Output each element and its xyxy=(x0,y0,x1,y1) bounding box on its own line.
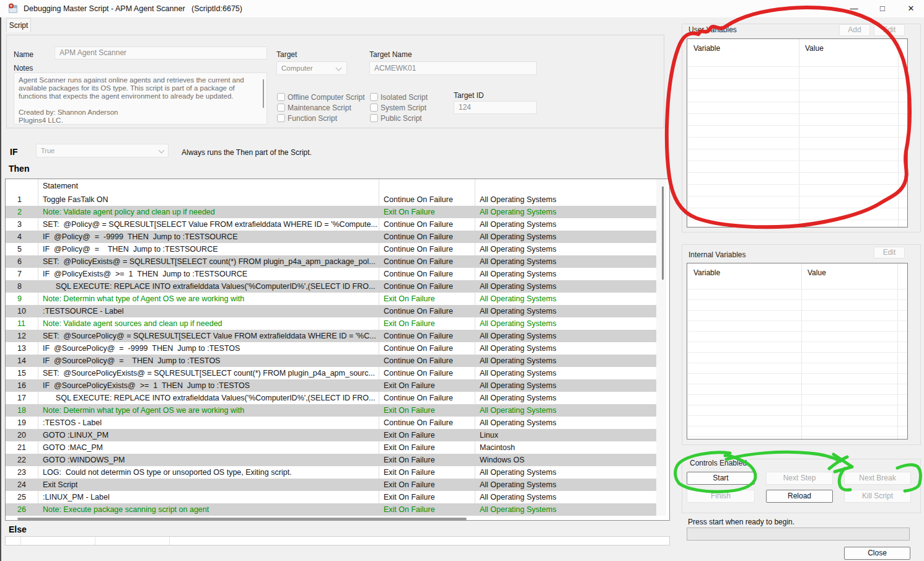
user-variables-list[interactable]: Variable Value xyxy=(687,38,908,227)
kill-script-button[interactable]: Kill Script xyxy=(844,490,911,503)
vertical-scrollbar-thumb[interactable] xyxy=(662,187,664,280)
table-row[interactable]: 21GOTO :MAC_PMExit On FailureMacintosh xyxy=(6,441,656,454)
target-id-label: Target ID xyxy=(454,91,484,100)
horizontal-scrollbar-thumb[interactable] xyxy=(17,518,467,520)
row-number: 25 xyxy=(6,491,38,503)
table-row[interactable]: 11Note: Validate agent sources and clean… xyxy=(6,317,656,330)
row-statement: IF @SourcePolicy@ = THEN Jump to :TESTOS xyxy=(38,355,377,367)
row-on-failure: Exit On Failure xyxy=(379,206,473,218)
row-os: All Operating Systems xyxy=(475,479,656,491)
table-row[interactable]: 17 SQL EXECUTE: REPLACE INTO extrafieldd… xyxy=(6,392,656,404)
table-row[interactable]: 14IF @SourcePolicy@ = THEN Jump to :TEST… xyxy=(6,355,656,367)
tab-script[interactable]: Script xyxy=(6,18,31,32)
row-statement: Note: Determin what type of Agent OS we … xyxy=(38,293,377,305)
close-window-button[interactable]: ✕ xyxy=(897,0,924,17)
row-on-failure: Continue On Failure xyxy=(379,243,473,255)
table-row[interactable]: 3SET: @Policy@ = SQLRESULT[SELECT Value … xyxy=(6,218,656,231)
row-statement: SET: @SourcePolicyExists@ = SQLRESULT[SE… xyxy=(38,367,377,379)
row-on-failure: Exit On Failure xyxy=(379,317,473,330)
table-row[interactable]: 20GOTO :LINUX_PMExit On FailureLinux xyxy=(6,429,656,441)
table-row[interactable]: 5IF @Policy@ = THEN Jump to :TESTSOURCEC… xyxy=(6,243,656,255)
row-number: 5 xyxy=(6,243,38,255)
row-number: 23 xyxy=(6,466,38,479)
row-on-failure: Exit On Failure xyxy=(379,379,473,392)
table-row[interactable]: 13IF @SourcePolicy@ = -9999 THEN Jump to… xyxy=(6,342,656,355)
internal-variables-list[interactable]: Variable Value xyxy=(687,263,908,440)
table-row[interactable]: 23LOG: Could not determin OS type or uns… xyxy=(6,466,656,479)
function-script-checkbox[interactable] xyxy=(277,114,285,122)
chevron-down-icon xyxy=(337,66,341,71)
app-icon xyxy=(8,3,19,14)
row-statement: GOTO :MAC_PM xyxy=(38,441,377,454)
row-on-failure: Exit On Failure xyxy=(379,466,473,479)
system-script-checkbox[interactable] xyxy=(370,104,378,112)
row-on-failure: Continue On Failure xyxy=(379,392,473,404)
row-os: All Operating Systems xyxy=(475,280,656,293)
target-dropdown[interactable]: Computer xyxy=(276,61,347,75)
empty-rows-gridlines xyxy=(687,55,907,227)
row-os: All Operating Systems xyxy=(475,330,656,342)
row-on-failure: Continue On Failure xyxy=(379,367,473,379)
add-user-variable-button[interactable]: Add xyxy=(839,24,870,36)
close-button[interactable]: Close xyxy=(844,547,910,560)
table-row[interactable]: 1Toggle FasTalk ONContinue On FailureAll… xyxy=(6,193,656,206)
notes-scrollbar[interactable] xyxy=(263,79,264,108)
chevron-down-icon xyxy=(159,148,164,153)
row-number: 16 xyxy=(6,379,38,392)
row-on-failure: Exit On Failure xyxy=(379,454,473,466)
table-row[interactable]: 19:TESTOS - LabelContinue On FailureAll … xyxy=(6,417,656,429)
table-row[interactable]: 24Exit ScriptExit On FailureAll Operatin… xyxy=(6,479,656,491)
row-os: Macintosh xyxy=(475,441,656,454)
reload-button[interactable]: Reload xyxy=(766,490,833,503)
table-row[interactable]: 7IF @PolicyExists@ >= 1 THEN Jump to :TE… xyxy=(6,268,656,280)
maintenance-script-label: Maintenance Script xyxy=(288,104,351,112)
table-row[interactable]: 22GOTO :WINDOWS_PMExit On FailureWindows… xyxy=(6,454,656,466)
table-row[interactable]: 2Note: Validate agent policy and clean u… xyxy=(6,206,656,218)
isolated-script-label: Isolated Script xyxy=(381,93,428,102)
maintenance-script-checkbox[interactable] xyxy=(277,104,285,112)
target-id-field: 124 xyxy=(454,101,537,114)
table-row[interactable]: 6SET: @PolicyExists@ = SQLRESULT[SELECT … xyxy=(6,255,656,268)
table-row[interactable]: 9Note: Determin what type of Agent OS we… xyxy=(6,293,656,305)
row-os: Linux xyxy=(475,429,656,441)
edit-internal-variable-button[interactable]: Edit xyxy=(874,247,905,258)
table-row[interactable]: 26Note: Execute package scanning script … xyxy=(6,503,656,516)
row-number: 26 xyxy=(6,503,38,516)
table-row[interactable]: 15SET: @SourcePolicyExists@ = SQLRESULT[… xyxy=(6,367,656,379)
name-field[interactable]: APM Agent Scanner xyxy=(55,46,267,60)
isolated-script-checkbox[interactable] xyxy=(370,93,378,101)
maximize-button[interactable]: □ xyxy=(869,0,896,17)
table-row[interactable]: 10:TESTSOURCE - LabelContinue On Failure… xyxy=(6,305,656,317)
next-break-button[interactable]: Next Break xyxy=(844,472,911,485)
row-number: 20 xyxy=(6,429,38,441)
progress-bar xyxy=(687,528,910,541)
notes-field[interactable]: Agent Scanner runs against online agents… xyxy=(14,73,267,125)
table-row[interactable]: 25:LINUX_PM - LabelExit On FailureAll Op… xyxy=(6,491,656,503)
row-on-failure: Exit On Failure xyxy=(379,429,473,441)
table-row[interactable]: 16IF @SourcePolicyExists@ >= 1 THEN Jump… xyxy=(6,379,656,392)
row-statement: Note: Determin what type of Agent OS we … xyxy=(38,404,377,417)
target-name-label: Target Name xyxy=(369,50,412,59)
table-row[interactable]: 8 SQL EXECUTE: REPLACE INTO extrafieldda… xyxy=(6,280,656,293)
finish-button[interactable]: Finish xyxy=(687,490,755,503)
row-os: All Operating Systems xyxy=(475,503,656,516)
vertical-scrollbar-track[interactable] xyxy=(656,179,666,516)
row-number: 4 xyxy=(6,231,38,243)
target-name-field[interactable]: ACMEWK01 xyxy=(369,61,537,75)
edit-user-variable-button[interactable]: Edit xyxy=(874,24,905,36)
row-number: 24 xyxy=(6,479,38,491)
table-row[interactable]: 4IF @Policy@ = -9999 THEN Jump to :TESTS… xyxy=(6,231,656,243)
next-step-button[interactable]: Next Step xyxy=(766,472,833,485)
offline-computer-script-checkbox[interactable] xyxy=(277,93,285,101)
notes-label: Notes xyxy=(14,64,33,73)
start-button[interactable]: Start xyxy=(687,472,755,485)
row-statement: Note: Validate agent sources and clean u… xyxy=(38,317,377,330)
minimize-button[interactable]: — xyxy=(840,0,868,17)
table-row[interactable]: 18Note: Determin what type of Agent OS w… xyxy=(6,404,656,417)
row-os: All Operating Systems xyxy=(475,417,656,429)
public-script-checkbox[interactable] xyxy=(370,114,378,122)
if-condition-dropdown[interactable]: True xyxy=(36,144,169,157)
table-row[interactable]: 12SET: @SourcePolicy@ = SQLRESULT[SELECT… xyxy=(6,330,656,342)
row-os: All Operating Systems xyxy=(475,193,656,206)
value-column-header: Value xyxy=(805,44,824,53)
